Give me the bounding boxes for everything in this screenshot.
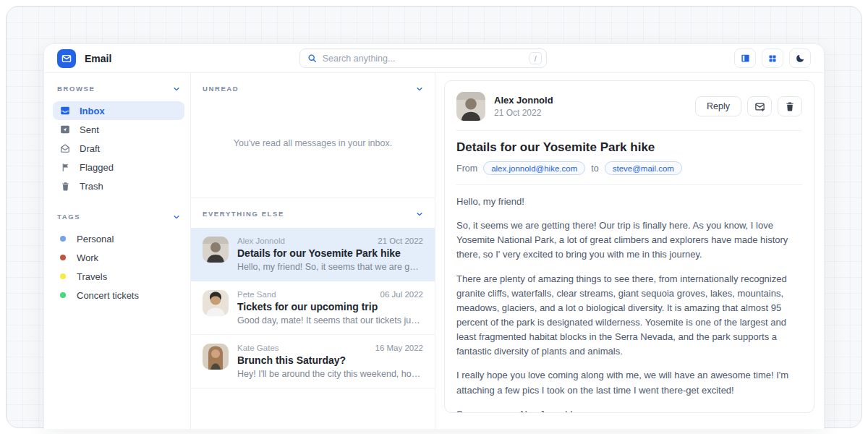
topbar-actions (734, 48, 811, 68)
body-paragraph: Hello, my friend! (456, 195, 802, 209)
flag-icon (60, 163, 70, 172)
from-email-chip[interactable]: alex.jonnold@hike.com (483, 161, 585, 175)
email-body: Hello, my friend! So, it seems we are ge… (456, 195, 802, 413)
tag-item-concert-tickets[interactable]: Concert tickets (53, 286, 184, 305)
main-layout: BROWSE Inbox Sent (44, 73, 824, 429)
divider (456, 130, 802, 131)
mail-date: 16 May 2022 (375, 344, 424, 352)
browse-section-header: BROWSE (53, 85, 184, 93)
unread-empty-message: You've read all messages in your inbox. (191, 93, 435, 197)
tag-label: Travels (77, 271, 107, 282)
moon-icon (796, 54, 805, 63)
unread-label: UNREAD (203, 85, 239, 93)
mail-item-body: Pete Sand 06 Jul 2022 Tickets for our up… (237, 290, 423, 326)
mail-item-body: Kate Gates 16 May 2022 Brunch this Satur… (237, 344, 423, 379)
mail-sender: Alex Jonnold (237, 237, 285, 245)
sidebar-item-label: Trash (80, 181, 103, 192)
chevron-down-icon[interactable] (416, 85, 423, 93)
mail-item-pete-sand[interactable]: Pete Sand 06 Jul 2022 Tickets for our up… (191, 281, 435, 335)
mail-subject: Tickets for our upcoming trip (237, 301, 423, 312)
mail-plus-icon (754, 101, 765, 112)
body-paragraph: So, it seems we are getting there! Our t… (456, 218, 802, 262)
body-paragraph: I really hope you love coming along with… (456, 368, 802, 397)
to-label: to (591, 163, 598, 174)
detail-actions: Reply (695, 96, 802, 116)
reply-button[interactable]: Reply (695, 96, 741, 116)
sidebar-item-draft[interactable]: Draft (53, 139, 184, 158)
email-detail-pane: Alex Jonnold 21 Oct 2022 Reply (435, 73, 824, 429)
dark-mode-button[interactable] (789, 48, 811, 68)
tag-color-dot (60, 255, 66, 260)
mail-sender: Kate Gates (237, 344, 279, 352)
inbox-icon (60, 106, 70, 116)
avatar (203, 290, 229, 316)
chevron-down-icon[interactable] (173, 213, 180, 221)
trash-icon (785, 101, 795, 111)
mail-list: Alex Jonnold 21 Oct 2022 Details for our… (191, 228, 435, 388)
avatar (456, 92, 485, 121)
from-to-line: From alex.jonnold@hike.com to steve@mail… (456, 161, 802, 175)
search-shortcut-badge: / (529, 52, 542, 64)
reader-mode-button[interactable] (734, 48, 756, 68)
unread-section: UNREAD You've read all messages in your … (191, 73, 435, 197)
mail-item-body: Alex Jonnold 21 Oct 2022 Details for our… (237, 237, 423, 272)
draft-icon (60, 143, 70, 153)
tags-section: TAGS Personal Work Travels (53, 213, 184, 305)
mail-preview: Good day, mate! It seems that our ticket… (237, 315, 423, 326)
email-detail-card: Alex Jonnold 21 Oct 2022 Reply (444, 80, 814, 413)
mail-preview: Hello, my friend! So, it seems that we a… (237, 262, 423, 272)
everything-else-section: EVERYTHING ELSE Alex Jonnold 21 Oct (191, 197, 435, 429)
sidebar-item-inbox[interactable]: Inbox (53, 101, 184, 120)
delete-button[interactable] (778, 96, 802, 116)
mail-sender: Pete Sand (237, 290, 276, 299)
topbar: Email / (44, 44, 824, 73)
mail-item-alex-jonnold[interactable]: Alex Jonnold 21 Oct 2022 Details for our… (191, 228, 435, 281)
detail-header: Alex Jonnold 21 Oct 2022 Reply (456, 92, 802, 121)
sender-block: Alex Jonnold 21 Oct 2022 (494, 95, 553, 118)
to-email-chip[interactable]: steve@mail.com (605, 161, 682, 175)
message-list-column: UNREAD You've read all messages in your … (191, 73, 435, 429)
body-paragraph: See you soon, Alex Jonnold (456, 407, 802, 413)
book-icon (741, 54, 750, 63)
tag-color-dot (60, 292, 66, 298)
avatar (203, 237, 229, 263)
mail-subject: Brunch this Saturday? (237, 354, 423, 366)
mail-item-kate-gates[interactable]: Kate Gates 16 May 2022 Brunch this Satur… (191, 335, 435, 388)
forward-mail-button[interactable] (747, 96, 772, 116)
tag-item-work[interactable]: Work (53, 248, 184, 267)
mail-date: 21 Oct 2022 (378, 237, 423, 245)
screenshot: Email / (0, 0, 868, 434)
sidebar-item-flagged[interactable]: Flagged (53, 158, 184, 176)
chevron-down-icon[interactable] (416, 210, 423, 218)
sidebar-item-label: Flagged (80, 162, 114, 173)
tags-label: TAGS (57, 213, 80, 221)
chevron-down-icon[interactable] (173, 85, 180, 93)
tags-section-header: TAGS (53, 213, 184, 221)
search-icon (307, 54, 317, 63)
from-label: From (456, 163, 477, 174)
sidebar-item-trash[interactable]: Trash (53, 176, 184, 195)
detail-sender-name: Alex Jonnold (494, 95, 553, 106)
apps-grid-button[interactable] (762, 48, 783, 68)
tag-color-dot (60, 236, 66, 242)
sent-icon (60, 124, 70, 135)
app-title: Email (85, 53, 111, 64)
search-box[interactable]: / (299, 48, 547, 68)
tag-label: Work (77, 252, 98, 263)
everything-else-header: EVERYTHING ELSE (191, 198, 435, 218)
detail-date: 21 Oct 2022 (494, 108, 553, 118)
tag-item-personal[interactable]: Personal (53, 229, 184, 248)
tag-item-travels[interactable]: Travels (53, 267, 184, 286)
detail-subject: Details for our Yosemite Park hike (456, 140, 802, 155)
sidebar-item-label: Sent (80, 124, 99, 135)
trash-icon (60, 182, 70, 191)
mail-preview: Hey! I'll be around the city this weeken… (237, 369, 423, 379)
divider (456, 184, 802, 185)
sidebar-item-label: Draft (80, 143, 100, 154)
sidebar-item-sent[interactable]: Sent (53, 120, 184, 139)
browse-label: BROWSE (57, 85, 95, 93)
avatar (203, 344, 229, 370)
tag-label: Personal (77, 234, 114, 244)
search-input[interactable] (323, 54, 524, 64)
body-paragraph: There are plenty of amazing things to se… (456, 272, 802, 359)
